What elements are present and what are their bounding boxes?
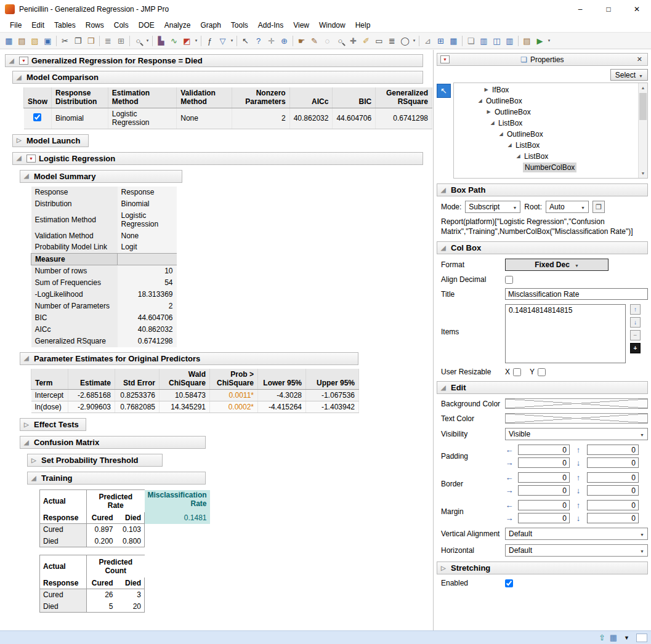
resizable-x-checkbox[interactable] (513, 368, 521, 376)
tree-collapsed-icon[interactable] (485, 110, 493, 115)
tree-item-ifbox[interactable]: IfBox (454, 84, 647, 95)
magnifier-tool-icon[interactable]: ○ (334, 34, 347, 47)
item-add-button[interactable]: + (630, 343, 641, 353)
browser-tool-icon[interactable]: ⊕ (278, 34, 291, 47)
show-checkbox[interactable] (33, 113, 41, 121)
tree-item-numbercolbox[interactable]: NumberColBox (454, 162, 647, 173)
disclosure-open-icon[interactable] (441, 245, 448, 251)
maximize-button[interactable]: □ (594, 0, 623, 18)
padding-bottom-input[interactable] (587, 457, 639, 468)
col-panel-a-icon[interactable]: ▥ (477, 34, 490, 47)
disclosure-closed-icon[interactable] (17, 137, 23, 143)
format-dropdown-button[interactable]: Fixed Dec (505, 259, 609, 271)
red-triangle-menu-icon[interactable] (26, 155, 36, 163)
margin-bottom-input[interactable] (587, 513, 639, 523)
select-dropdown-button[interactable]: Select (610, 69, 648, 81)
enabled-checkbox[interactable] (505, 579, 513, 587)
lines-tool-icon[interactable]: ≣ (386, 34, 398, 47)
rectangle-tool-icon[interactable]: ▭ (373, 34, 386, 47)
tools-dropdown-caret[interactable] (411, 38, 417, 43)
help-tool-icon[interactable]: ? (252, 34, 265, 47)
close-button[interactable]: ✕ (623, 0, 651, 18)
disclosure-closed-icon[interactable] (31, 457, 38, 464)
tree-item-outlinebox-2[interactable]: OutlineBox (454, 107, 647, 118)
red-triangle-menu-icon[interactable] (440, 55, 450, 63)
outline-edit[interactable]: Edit (437, 381, 648, 394)
table-view-icon[interactable]: ⊞ (434, 34, 447, 47)
margin-left-input[interactable] (518, 500, 570, 510)
outline-box-path[interactable]: Box Path (437, 183, 648, 196)
horizontal-alignment-dropdown[interactable]: Default (505, 544, 648, 557)
outline-generalized-regression[interactable]: Generalized Regression for Response = Di… (5, 54, 423, 67)
disclosure-open-icon[interactable] (441, 187, 448, 193)
outline-stretching[interactable]: Stretching (437, 561, 648, 574)
copy-icon[interactable]: ❐ (71, 34, 84, 47)
outline-logistic-regression[interactable]: Logistic Regression (12, 152, 423, 165)
grid-view-icon[interactable]: ▦ (447, 34, 460, 47)
restore-panel-icon[interactable]: ⇧ (599, 633, 605, 642)
save-icon[interactable]: ▣ (41, 34, 54, 47)
margin-top-input[interactable] (587, 500, 639, 510)
brush-tool-icon[interactable]: ✎ (308, 34, 321, 47)
script-window-icon[interactable]: ≣ (102, 34, 115, 47)
visibility-dropdown[interactable]: Visible (505, 428, 648, 440)
disclosure-closed-icon[interactable] (24, 422, 31, 428)
menu-analyze[interactable]: Analyze (160, 20, 196, 31)
statusbar-dropdown-icon[interactable]: ▼ (621, 634, 632, 642)
text-color-picker[interactable] (505, 413, 648, 424)
outline-model-comparison[interactable]: Model Comparison (12, 71, 423, 84)
col-panel-b-icon[interactable]: ◫ (490, 34, 503, 47)
outline-training[interactable]: Training (27, 472, 206, 485)
menu-cols[interactable]: Cols (109, 20, 134, 31)
padding-left-input[interactable] (518, 445, 570, 455)
menu-view[interactable]: View (288, 20, 314, 31)
copy-path-button[interactable] (592, 201, 605, 213)
scroll-up-icon[interactable] (639, 83, 647, 92)
tree-expanded-icon[interactable] (476, 99, 484, 103)
statusbar-grip[interactable] (636, 634, 647, 642)
col-panel-c-icon[interactable]: ▥ (503, 34, 516, 47)
oval-tool-icon[interactable]: ◯ (398, 34, 411, 47)
root-dropdown[interactable]: Auto (546, 201, 589, 213)
resizable-y-checkbox[interactable] (538, 368, 546, 376)
padding-right-input[interactable] (518, 457, 570, 468)
new-data-table-icon[interactable]: ▦ (2, 34, 15, 47)
ruler-icon[interactable]: ⊿ (421, 34, 434, 47)
tree-item-listbox-2[interactable]: ListBox (454, 140, 647, 151)
outline-effect-tests[interactable]: Effect Tests (20, 418, 86, 431)
menu-edit[interactable]: Edit (26, 20, 49, 31)
menu-graph[interactable]: Graph (195, 20, 225, 31)
tree-item-outlinebox-3[interactable]: OutlineBox (454, 129, 647, 140)
menu-window[interactable]: Window (314, 20, 350, 31)
items-list[interactable]: 0.14814814814815 (505, 304, 626, 363)
outline-model-launch[interactable]: Model Launch (12, 134, 89, 147)
tree-item-listbox-1[interactable]: ListBox (454, 118, 647, 129)
distribution-icon[interactable]: ▙ (155, 34, 168, 47)
outline-confusion-matrix[interactable]: Confusion Matrix (20, 436, 206, 449)
tree-expanded-icon[interactable] (497, 132, 505, 137)
align-decimal-checkbox[interactable] (505, 276, 513, 284)
formula-icon[interactable]: ƒ (203, 34, 216, 47)
tree-scrollbar[interactable] (638, 83, 647, 178)
padding-top-input[interactable] (587, 445, 639, 455)
menu-addins[interactable]: Add-Ins (253, 20, 288, 31)
border-right-input[interactable] (518, 485, 570, 496)
platform-dropdown-caret[interactable] (193, 38, 199, 43)
mode-dropdown[interactable]: Subscript (465, 201, 520, 213)
border-bottom-input[interactable] (587, 485, 639, 496)
graph-builder-icon[interactable]: ◩ (180, 34, 193, 47)
annotate-tool-icon[interactable]: ✚ (347, 34, 360, 47)
menu-rows[interactable]: Rows (81, 20, 109, 31)
item-move-down-button[interactable]: ↓ (630, 317, 641, 328)
tree-expanded-icon[interactable] (514, 154, 522, 159)
item-remove-button[interactable]: − (630, 330, 641, 340)
menu-file[interactable]: File (5, 20, 26, 31)
paste-icon[interactable]: ❒ (84, 34, 97, 47)
presentation-icon[interactable]: ▶ (533, 34, 546, 47)
menu-help[interactable]: Help (350, 20, 376, 31)
disclosure-closed-icon[interactable] (441, 565, 448, 571)
presentation-dropdown-caret[interactable] (546, 38, 552, 43)
data-view-icon[interactable]: ▦ (610, 633, 617, 642)
tree-expanded-icon[interactable] (506, 143, 514, 148)
disclosure-open-icon[interactable] (24, 440, 31, 446)
